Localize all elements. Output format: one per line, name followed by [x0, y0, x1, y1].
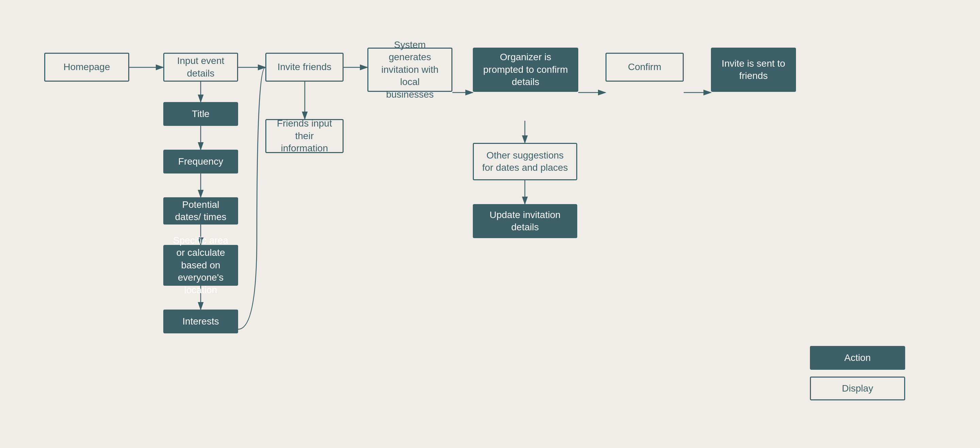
potential-dates-node: Potential dates/ times: [163, 197, 238, 224]
legend: Action Display: [810, 346, 905, 400]
title-node: Title: [163, 102, 238, 126]
input-event-node: Input event details: [163, 53, 238, 82]
legend-action: Action: [810, 346, 905, 370]
friends-input-node: Friends input their information: [265, 119, 344, 153]
homepage-node: Homepage: [44, 53, 129, 82]
update-invitation-node: Update invitation details: [473, 204, 577, 238]
organizer-prompted-node: Organizer is prompted to confirm details: [473, 48, 578, 92]
invite-friends-node: Invite friends: [265, 53, 344, 82]
legend-display: Display: [810, 377, 905, 400]
confirm-node: Confirm: [606, 53, 684, 82]
other-suggestions-node: Other suggestions for dates and places: [473, 143, 577, 180]
specific-area-node: Specific area or calculate based on ever…: [163, 245, 238, 286]
interests-node: Interests: [163, 310, 238, 334]
frequency-node: Frequency: [163, 150, 238, 173]
invite-sent-node: Invite is sent to friends: [711, 48, 796, 92]
system-generates-node: System generates invitation with local b…: [368, 48, 452, 92]
